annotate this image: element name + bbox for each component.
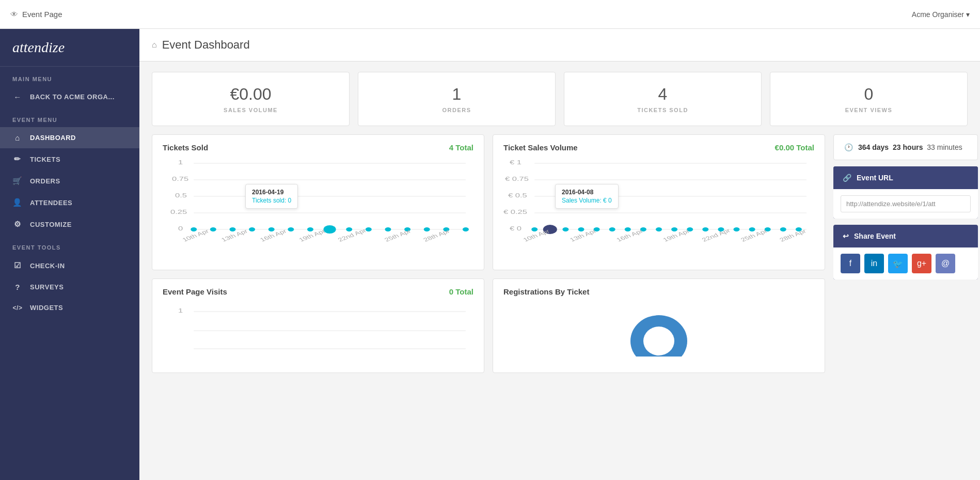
share-header: ↩ Share Event (833, 225, 978, 247)
event-page-visits-title: Event Page Visits (163, 287, 227, 296)
main-content: ⌂ Event Dashboard €0.00 SALES VOLUME 1 O… (139, 29, 980, 480)
ticket-sales-title: Ticket Sales Volume (503, 143, 578, 152)
svg-point-15 (288, 227, 294, 231)
stat-event-views: 0 EVENT VIEWS (770, 72, 968, 126)
topbar-left: 👁 Event Page (10, 10, 62, 19)
event-url-body (833, 189, 978, 219)
svg-text:€ 0.25: € 0.25 (503, 209, 527, 215)
pie-svg (628, 305, 690, 357)
svg-text:€ 0.5: € 0.5 (508, 192, 527, 199)
content-area: €0.00 SALES VOLUME 1 ORDERS 4 TICKETS SO… (139, 61, 980, 392)
tickets-icon: ✏ (12, 154, 23, 164)
svg-text:1: 1 (178, 307, 183, 314)
chart-header-sales: Ticket Sales Volume €0.00 Total (503, 143, 814, 152)
chart-header-tickets: Tickets Sold 4 Total (163, 143, 473, 152)
checkin-label: CHECK-IN (30, 262, 65, 270)
event-page-visits-total: 0 Total (449, 287, 473, 296)
svg-point-13 (249, 227, 255, 231)
surveys-label: SURVEYS (30, 283, 64, 291)
sidebar-item-widgets[interactable]: </> WIDGETS (0, 298, 139, 318)
event-tools-label: EVENT TOOLS (0, 235, 139, 255)
chevron-down-icon: ▾ (966, 10, 970, 19)
logo: attendize (0, 29, 139, 67)
tickets-sold-label: TICKETS SOLD (577, 107, 749, 113)
sidebar-item-surveys[interactable]: ? SURVEYS (0, 276, 139, 298)
checkin-icon: ☑ (12, 261, 23, 270)
tickets-sold-chart-area: 1 0.75 0.5 0.25 0 (163, 158, 473, 261)
chart-header-visits: Event Page Visits 0 Total (163, 287, 473, 296)
stat-tickets-sold: 4 TICKETS SOLD (564, 72, 762, 126)
right-panel: 🕐 364 days 23 hours 33 minutes 🔗 Event U… (833, 134, 978, 381)
share-title: Share Event (854, 232, 896, 240)
eye-icon: 👁 (10, 10, 18, 19)
chart-header-registrations: Registrations By Ticket (503, 287, 814, 296)
svg-text:0.5: 0.5 (175, 192, 187, 199)
tickets-sold-title: Tickets Sold (163, 143, 208, 152)
page-title: Event Dashboard (162, 38, 250, 52)
sidebar-item-back[interactable]: ← BACK TO ACME ORGA... (0, 86, 139, 107)
svg-point-50 (656, 227, 662, 231)
event-menu-label: EVENT MENU (0, 107, 139, 127)
svg-text:0.75: 0.75 (172, 176, 188, 182)
event-views-value: 0 (783, 85, 955, 104)
sidebar-item-tickets[interactable]: ✏ TICKETS (0, 148, 139, 170)
orders-icon: 🛒 (12, 176, 23, 185)
share-email-button[interactable]: @ (936, 254, 955, 273)
svg-text:0.25: 0.25 (170, 209, 187, 215)
svg-point-48 (625, 227, 631, 231)
svg-point-56 (749, 227, 755, 231)
share-icon: ↩ (843, 232, 849, 240)
tickets-sold-value: 4 (577, 85, 749, 104)
back-label: BACK TO ACME ORGA... (30, 93, 115, 101)
event-url-input[interactable] (841, 195, 971, 212)
charts-row-2: Event Page Visits 0 Total 1 (152, 278, 825, 373)
ticket-sales-svg: € 1 € 0.75 € 0.5 € 0.25 € 0 (503, 158, 814, 246)
svg-point-42 (531, 227, 538, 231)
svg-point-10 (191, 227, 197, 231)
sidebar-item-attendees[interactable]: 👤 ATTENDEES (0, 192, 139, 213)
page-header: ⌂ Event Dashboard (139, 29, 980, 61)
share-linkedin-button[interactable]: in (864, 254, 884, 273)
event-page-link[interactable]: Event Page (22, 10, 62, 19)
registrations-title: Registrations By Ticket (503, 287, 589, 296)
timer-text: 364 days 23 hours 33 minutes (858, 143, 962, 151)
svg-point-58 (780, 227, 786, 231)
registrations-by-ticket-chart: Registrations By Ticket (493, 278, 825, 373)
charts-row-1: Tickets Sold 4 Total 1 0.75 0.5 0.25 (152, 134, 825, 270)
svg-point-22 (424, 227, 430, 231)
event-page-visits-area: 1 (163, 302, 473, 364)
event-url-card: 🔗 Event URL (833, 166, 978, 219)
svg-text:€ 1: € 1 (510, 159, 521, 166)
event-views-label: EVENT VIEWS (783, 107, 955, 113)
orders-label: ORDERS (371, 107, 543, 113)
sidebar-item-customize[interactable]: ⚙ CUSTOMIZE (0, 213, 139, 235)
stat-sales-volume: €0.00 SALES VOLUME (152, 72, 350, 126)
sidebar-item-checkin[interactable]: ☑ CHECK-IN (0, 255, 139, 276)
link-icon: 🔗 (843, 174, 851, 182)
svg-text:€ 0.75: € 0.75 (505, 176, 529, 182)
ticket-sales-chart: Ticket Sales Volume €0.00 Total € 1 € 0.… (493, 134, 825, 270)
surveys-icon: ? (12, 283, 23, 291)
dashboard-icon: ⌂ (12, 133, 23, 142)
orders-label: ORDERS (30, 177, 60, 185)
svg-point-16 (307, 227, 313, 231)
svg-point-72 (643, 327, 674, 355)
svg-point-11 (210, 227, 216, 231)
sidebar-item-dashboard[interactable]: ⌂ DASHBOARD (0, 127, 139, 148)
svg-text:€ 0: € 0 (510, 225, 521, 232)
svg-text:0: 0 (178, 225, 183, 232)
svg-point-24 (463, 227, 469, 231)
topbar: 👁 Event Page Acme Organiser ▾ (0, 0, 980, 29)
share-googleplus-button[interactable]: g+ (912, 254, 931, 273)
attendees-icon: 👤 (12, 198, 23, 207)
share-card: ↩ Share Event f in 🐦 g+ @ (833, 225, 978, 280)
customize-icon: ⚙ (12, 220, 23, 229)
attendees-label: ATTENDEES (30, 199, 72, 207)
charts-col: Tickets Sold 4 Total 1 0.75 0.5 0.25 (152, 134, 825, 381)
share-twitter-button[interactable]: 🐦 (888, 254, 908, 273)
organiser-menu[interactable]: Acme Organiser ▾ (912, 10, 970, 19)
share-buttons: f in 🐦 g+ @ (833, 247, 978, 280)
share-facebook-button[interactable]: f (841, 254, 860, 273)
sidebar-item-orders[interactable]: 🛒 ORDERS (0, 170, 139, 192)
timer-card: 🕐 364 days 23 hours 33 minutes (833, 134, 978, 160)
